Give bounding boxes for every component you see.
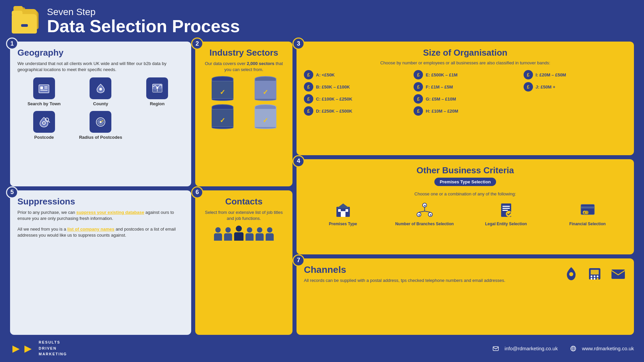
turnover-item-a: £ A: <£50K bbox=[304, 70, 407, 79]
step-1-badge: 1 bbox=[6, 38, 18, 50]
financial-icon: £ bbox=[578, 201, 597, 220]
db-icon-4: ✓ bbox=[255, 104, 276, 129]
footer-logo: ►► RESULTS DRIVEN MARKETING bbox=[10, 340, 67, 357]
turnover-item-j: £ J: £50M + bbox=[524, 82, 627, 92]
svg-rect-41 bbox=[581, 206, 594, 208]
footer-email-icon bbox=[490, 343, 501, 354]
db-icon-3: ✓ bbox=[212, 104, 233, 129]
suppressions-text1: Prior to any purchase, we can suppress y… bbox=[17, 209, 184, 222]
turnover-label-d: D: £250K – £500K bbox=[316, 109, 352, 114]
turnover-item-b: £ B: £50K – £100K bbox=[304, 82, 407, 92]
geography-text: We understand that not all clients work … bbox=[17, 61, 184, 73]
obc-premises-type: Premises Type bbox=[304, 201, 382, 226]
turnover-col-2: £ E: £500K – £1M £ F: £1M – £5M £ G: £5M… bbox=[414, 70, 517, 116]
turnover-label-h: H: £10M – £20M bbox=[426, 109, 458, 114]
turnover-label-e: E: £500K – £1M bbox=[426, 72, 458, 77]
db-bottom-4 bbox=[255, 126, 276, 129]
size-card: 3 Size of Organisation Choose by number … bbox=[297, 42, 634, 155]
geography-card: 1 Geography We understand that not all c… bbox=[10, 42, 191, 186]
svg-text:★: ★ bbox=[424, 204, 426, 207]
db-top-4 bbox=[255, 104, 276, 110]
person-head-6 bbox=[267, 227, 272, 233]
pound-icon-b: £ bbox=[304, 82, 313, 92]
search-by-town-icon bbox=[33, 77, 55, 99]
contacts-people-icons bbox=[203, 226, 285, 241]
turnover-label-b: B: £50K – £100K bbox=[316, 84, 350, 89]
footer-email-address: info@rdmarketing.co.uk bbox=[504, 346, 558, 351]
db-top-2 bbox=[255, 76, 276, 81]
step-2-badge: 2 bbox=[191, 38, 203, 50]
svg-rect-55 bbox=[493, 347, 498, 351]
turnover-label-i: I: £20M – £50M bbox=[536, 72, 566, 77]
person-head-2 bbox=[225, 227, 231, 233]
person-head-3 bbox=[236, 226, 242, 232]
channels-heading: Channels bbox=[304, 264, 563, 275]
pound-icon-a: £ bbox=[304, 70, 313, 79]
svg-text:★: ★ bbox=[429, 214, 432, 217]
pound-icon-h: £ bbox=[414, 106, 423, 116]
footer-contact: info@rdmarketing.co.uk www.rdmarketing.c… bbox=[490, 343, 634, 354]
db-body-3: ✓ bbox=[212, 110, 233, 126]
industry-text: Our data covers over 2,000 sectors that … bbox=[203, 61, 285, 73]
contact-person-2 bbox=[224, 227, 232, 241]
svg-line-13 bbox=[48, 121, 50, 122]
svg-rect-3 bbox=[44, 86, 48, 87]
contact-person-4 bbox=[246, 227, 254, 241]
industry-heading: Industry Sectors bbox=[203, 48, 285, 58]
contacts-card: 6 Contacts Select from our extensive lis… bbox=[195, 190, 292, 335]
email-channel-icon bbox=[610, 265, 627, 282]
premises-badge: Premises Type Selection bbox=[434, 178, 496, 186]
svg-rect-51 bbox=[591, 278, 592, 280]
postcode-label: Postcode bbox=[34, 135, 54, 140]
person-body-2 bbox=[224, 233, 232, 241]
other-business-card: 4 Other Business Criteria Premises Type … bbox=[297, 159, 634, 254]
geography-heading: Geography bbox=[17, 48, 184, 58]
header-icon bbox=[10, 7, 40, 34]
turnover-label-f: F: £1M – £5M bbox=[426, 84, 453, 89]
svg-point-8 bbox=[156, 87, 158, 89]
svg-rect-22 bbox=[345, 209, 348, 212]
db-top-1 bbox=[212, 76, 233, 81]
folder-front bbox=[12, 14, 37, 34]
county-label: County bbox=[93, 101, 108, 106]
premises-type-label: Premises Type bbox=[329, 222, 357, 226]
contact-person-3 bbox=[234, 226, 244, 241]
svg-rect-52 bbox=[594, 278, 595, 280]
db-check-4: ✓ bbox=[263, 116, 268, 124]
db-bottom-2 bbox=[255, 98, 276, 101]
svg-rect-1 bbox=[40, 86, 43, 89]
pound-icon-i: £ bbox=[524, 70, 533, 79]
header-title: Data Selection Process bbox=[47, 17, 240, 35]
region-label: Region bbox=[150, 101, 165, 106]
person-body-4 bbox=[246, 233, 254, 241]
county-icon bbox=[90, 77, 111, 99]
db-body-4: ✓ bbox=[255, 110, 276, 126]
svg-rect-4 bbox=[44, 88, 48, 88]
channels-icons bbox=[563, 265, 627, 282]
turnover-label-g: G: £5M – £10M bbox=[426, 97, 456, 102]
svg-point-6 bbox=[99, 88, 102, 90]
size-subtext: Choose by number or employees or all bus… bbox=[304, 60, 627, 66]
radius-label: Radius of Postcodes bbox=[79, 135, 122, 140]
person-body-3 bbox=[234, 232, 244, 241]
step-6-badge: 6 bbox=[191, 186, 203, 198]
db-check-2: ✓ bbox=[263, 88, 268, 96]
svg-rect-53 bbox=[597, 278, 598, 280]
svg-line-28 bbox=[425, 211, 430, 212]
db-top-3 bbox=[212, 104, 233, 110]
turnover-item-e: £ E: £500K – £1M bbox=[414, 70, 517, 79]
svg-rect-38 bbox=[502, 210, 508, 211]
db-body-1: ✓ bbox=[212, 81, 233, 98]
footer: ►► RESULTS DRIVEN MARKETING info@rdmarke… bbox=[10, 338, 634, 359]
geography-icons-grid: Search by Town County bbox=[17, 77, 184, 140]
obc-icons-row: Premises Type bbox=[304, 201, 627, 226]
turnover-col-3: £ I: £20M – £50M £ J: £50M + bbox=[524, 70, 627, 116]
obc-choose-text: Choose one or a combination of any of th… bbox=[304, 191, 627, 196]
db-body-2: ✓ bbox=[255, 81, 276, 98]
geo-icon-postcode: Postcode bbox=[17, 111, 71, 140]
right-section: 3 Size of Organisation Choose by number … bbox=[297, 42, 634, 335]
svg-point-45 bbox=[569, 272, 573, 276]
pound-icon-e: £ bbox=[414, 70, 423, 79]
svg-rect-2 bbox=[40, 90, 48, 90]
person-head-5 bbox=[257, 227, 262, 233]
